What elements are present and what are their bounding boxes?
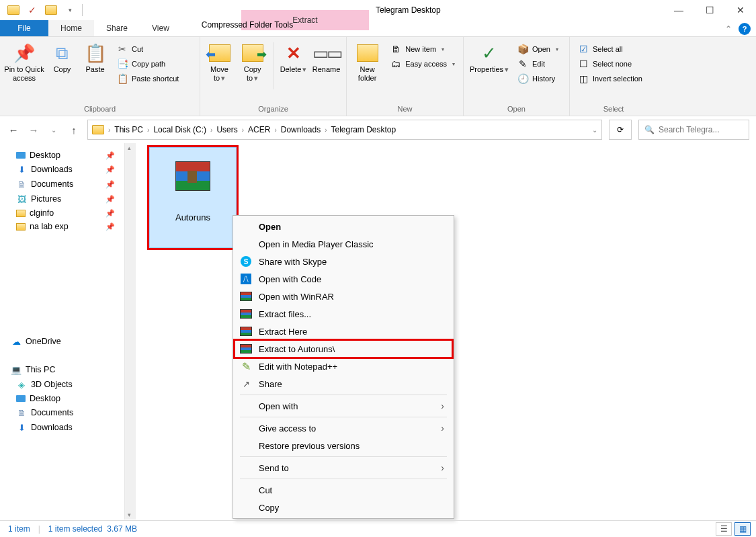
pin-to-quick-access-button[interactable]: 📌 Pin to Quick access	[4, 40, 44, 85]
properties-icon[interactable]: ✓	[26, 3, 39, 17]
breadcrumb-item[interactable]: Users	[216, 125, 237, 134]
new-item-button[interactable]: 🗎New item▾	[386, 42, 459, 56]
nav-up-button[interactable]: ↑	[67, 124, 81, 136]
qat-dropdown-icon[interactable]: ▾	[63, 3, 77, 17]
edit-button[interactable]: ✎Edit	[513, 57, 562, 71]
delete-button[interactable]: ✕ Delete▾	[279, 40, 308, 77]
ctx-extract-to[interactable]: Extract to Autoruns\	[235, 340, 452, 358]
nav-item-downloads[interactable]: ⬇Downloads	[4, 420, 120, 435]
scroll-up-icon[interactable]: ▴	[128, 144, 131, 151]
nav-item-pictures[interactable]: 🖼Pictures📌	[4, 192, 120, 206]
ctx-cut[interactable]: Cut	[235, 481, 452, 499]
new-folder-button[interactable]: New folder	[351, 40, 384, 85]
nav-item-3dobjects[interactable]: ◈3D Objects	[4, 377, 120, 392]
folder-icon[interactable]	[44, 3, 58, 17]
ctx-copy[interactable]: Copy	[235, 499, 452, 516]
separator	[240, 395, 447, 395]
nav-item-documents[interactable]: 🗎Documents📌	[4, 177, 120, 192]
nav-item-folder[interactable]: clginfo📌	[4, 206, 120, 220]
view-large-icons-button[interactable]: ▦	[734, 522, 751, 536]
home-tab[interactable]: Home	[48, 20, 94, 36]
ctx-edit-npp[interactable]: ✎Edit with Notepad++	[235, 358, 452, 375]
separator	[240, 456, 447, 457]
share-tab[interactable]: Share	[94, 20, 140, 36]
nav-forward-button[interactable]: →	[27, 124, 40, 136]
breadcrumb-item[interactable]: This PC	[114, 125, 143, 134]
ctx-share[interactable]: ↗Share	[235, 375, 452, 393]
ctx-share-skype[interactable]: SShare with Skype	[235, 253, 452, 270]
window-controls: — ☐ ✕	[663, 0, 756, 20]
ctx-open-code[interactable]: ⧸⧹Open with Code	[235, 270, 452, 288]
folder-icon	[16, 210, 26, 217]
folder-icon[interactable]	[7, 3, 20, 17]
nav-item-thispc[interactable]: 💻This PC	[4, 362, 120, 377]
nav-item-folder[interactable]: na lab exp📌	[4, 220, 120, 233]
pin-icon: 📌	[106, 165, 115, 174]
compressed-folder-tools-tab[interactable]: Compressed Folder Tools	[187, 20, 308, 30]
search-input[interactable]: 🔍 Search Telegra...	[638, 120, 749, 140]
minimize-button[interactable]: —	[663, 0, 694, 20]
maximize-button[interactable]: ☐	[694, 0, 725, 20]
view-details-button[interactable]: ☰	[716, 522, 732, 536]
nav-item-desktop[interactable]: Desktop📌	[4, 149, 120, 162]
ctx-open-winrar[interactable]: Open with WinRAR	[235, 288, 452, 305]
ctx-open-with[interactable]: Open with›	[235, 397, 452, 415]
group-label: Organize	[204, 104, 342, 116]
scroll-down-icon[interactable]: ▾	[128, 511, 131, 518]
ctx-extract-here[interactable]: Extract Here	[235, 323, 452, 340]
address-bar-row: ← → ⌄ ↑ › This PC› Local Disk (C:)› User…	[0, 116, 756, 143]
nav-recent-button[interactable]: ⌄	[47, 126, 60, 134]
file-item-autoruns[interactable]: Autoruns	[149, 147, 237, 248]
invert-selection-button[interactable]: ◫Invert selection	[574, 72, 646, 85]
file-tab[interactable]: File	[0, 20, 48, 36]
breadcrumb-item[interactable]: ACER	[248, 125, 270, 134]
select-all-button[interactable]: ☑Select all	[574, 42, 646, 56]
view-tab[interactable]: View	[140, 20, 181, 36]
nav-item-downloads[interactable]: ⬇Downloads📌	[4, 162, 120, 177]
breadcrumb[interactable]: › This PC› Local Disk (C:)› Users› ACER›…	[87, 120, 602, 140]
close-button[interactable]: ✕	[725, 0, 756, 20]
ribbon-tabs: File Home Share View Compressed Folder T…	[0, 20, 756, 37]
nav-item-documents[interactable]: 🗎Documents	[4, 405, 120, 420]
easy-access-button[interactable]: 🗂Easy access▾	[386, 57, 459, 71]
chevron-right-icon[interactable]: ›	[108, 126, 110, 134]
breadcrumb-item[interactable]: Downloads	[281, 125, 321, 134]
copy-to-button[interactable]: ➡ Copy to▾	[237, 40, 267, 85]
nav-item-desktop[interactable]: Desktop	[4, 392, 120, 405]
copy-button[interactable]: ⧉ Copy	[47, 40, 77, 77]
ctx-send-to[interactable]: Send to›	[235, 459, 452, 477]
properties-button[interactable]: ✓ Properties▾	[468, 40, 511, 77]
open-button[interactable]: 📦Open▾	[513, 42, 562, 56]
paste-shortcut-icon: 📋	[117, 73, 128, 84]
ctx-extract-files[interactable]: Extract files...	[235, 305, 452, 323]
refresh-button[interactable]: ⟳	[609, 120, 632, 140]
separator	[240, 479, 447, 479]
scissors-icon: ✂	[117, 44, 128, 54]
ctx-open[interactable]: Open	[235, 218, 452, 235]
breadcrumb-item[interactable]: Telegram Desktop	[331, 125, 396, 134]
ctx-restore[interactable]: Restore previous versions	[235, 437, 452, 454]
ctx-give-access[interactable]: Give access to›	[235, 419, 452, 437]
cut-button[interactable]: ✂Cut	[113, 42, 183, 56]
breadcrumb-item[interactable]: Local Disk (C:)	[153, 125, 206, 134]
submenu-arrow-icon: ›	[441, 401, 444, 411]
copy-path-button[interactable]: 📑Copy path	[113, 57, 183, 71]
select-none-button[interactable]: ☐Select none	[574, 57, 646, 71]
nav-back-button[interactable]: ←	[7, 124, 20, 136]
ctx-open-mpc[interactable]: Open in Media Player Classic	[235, 235, 452, 253]
winrar-icon	[240, 325, 252, 337]
scrollbar[interactable]: ▴ ▾	[124, 143, 136, 520]
paste-button[interactable]: 📋 Paste	[80, 40, 110, 77]
pin-icon: 📌	[106, 195, 115, 204]
winrar-icon	[240, 308, 252, 320]
rename-button[interactable]: ▭▭ Rename	[310, 40, 342, 77]
help-icon[interactable]: ?	[739, 23, 751, 35]
move-to-button[interactable]: ⬅ Move to▾	[204, 40, 235, 85]
paste-shortcut-button[interactable]: 📋Paste shortcut	[113, 72, 183, 85]
ribbon-collapse-icon[interactable]: ⌃	[725, 24, 732, 34]
nav-item-onedrive[interactable]: ☁OneDrive	[4, 334, 120, 349]
desktop-icon	[16, 152, 26, 159]
chevron-down-icon[interactable]: ⌄	[592, 126, 597, 134]
history-button[interactable]: 🕘History	[513, 72, 562, 85]
search-icon: 🔍	[644, 125, 655, 134]
